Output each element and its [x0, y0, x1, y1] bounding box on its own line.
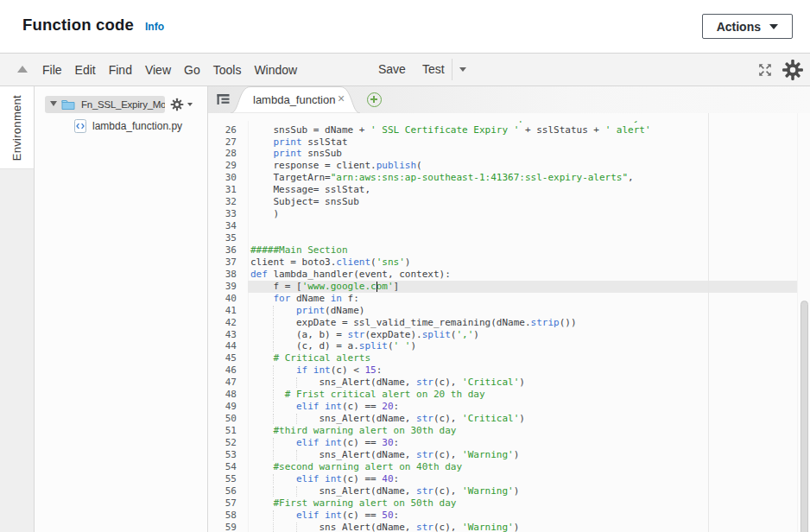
menu-window[interactable]: Window — [254, 63, 297, 77]
line-number[interactable]: 39 — [208, 281, 248, 293]
new-tab-icon[interactable] — [367, 92, 382, 107]
code-text: #second warning alert on 40th day — [250, 461, 462, 472]
code-line-41[interactable]: 41 print(dName) — [208, 305, 810, 317]
code-line-46[interactable]: 46 if int(c) < 15: — [208, 364, 810, 377]
line-number[interactable]: 40 — [208, 293, 248, 305]
line-number[interactable]: 45 — [208, 352, 248, 364]
line-number[interactable]: 38 — [208, 269, 248, 281]
line-number[interactable]: 34 — [208, 220, 248, 232]
folder-disclosure-icon[interactable] — [50, 101, 57, 106]
code-line-43[interactable]: 43 (a, b) = str(expDate).split(',') — [208, 329, 810, 341]
line-number[interactable]: 46 — [208, 364, 248, 377]
code-text: snsSub = dName + ' SSL Certificate Expir… — [250, 124, 651, 136]
line-number[interactable]: 58 — [208, 510, 248, 522]
line-number[interactable]: 56 — [208, 485, 248, 497]
code-line-40[interactable]: 40 for dName in f: — [208, 293, 810, 305]
code-line-29[interactable]: 29 response = client.publish( — [208, 160, 810, 172]
line-number[interactable]: 54 — [208, 461, 248, 473]
line-number[interactable]: 37 — [208, 256, 248, 269]
line-number[interactable]: 51 — [208, 425, 248, 437]
line-number[interactable]: 52 — [208, 437, 248, 449]
code-line-32[interactable]: 32 Subject= snsSub — [208, 196, 810, 208]
line-number[interactable]: 44 — [208, 340, 248, 352]
line-number[interactable]: 27 — [208, 136, 248, 149]
menu-view[interactable]: View — [145, 63, 171, 77]
menu-file[interactable]: File — [42, 63, 62, 77]
line-number[interactable]: 43 — [208, 329, 248, 341]
tab-close-icon[interactable]: × — [338, 92, 345, 105]
code-line-28[interactable]: 28 print snsSub — [208, 148, 810, 160]
code-line-30[interactable]: 30 TargetArn="arn:aws:sns:ap-southeast-1… — [208, 172, 810, 184]
line-number[interactable]: 41 — [208, 305, 248, 317]
fullscreen-icon[interactable] — [756, 61, 774, 79]
line-number[interactable]: 35 — [208, 232, 248, 244]
menu-go[interactable]: Go — [184, 63, 200, 77]
line-number[interactable]: 50 — [208, 413, 248, 425]
test-dropdown-caret[interactable] — [459, 67, 466, 72]
code-line-58[interactable]: 58 elif int(c) == 50: — [208, 510, 810, 522]
code-line-57[interactable]: 57 #First warning alert on 50th day — [208, 497, 810, 510]
code-line-49[interactable]: 49 elif int(c) == 20: — [208, 401, 810, 413]
vertical-scrollbar-thumb[interactable] — [801, 301, 808, 532]
tab-lambda-function[interactable]: lambda_function × — [231, 86, 360, 113]
function-code-header: Function code Info Actions — [0, 0, 810, 54]
environment-tab[interactable]: Environment — [0, 86, 34, 169]
tree-gear-caret-icon[interactable] — [187, 103, 193, 106]
file-row[interactable]: lambda_function.py — [35, 117, 207, 135]
line-number[interactable]: 26 — [208, 124, 248, 136]
settings-gear-icon[interactable] — [782, 59, 804, 81]
line-number[interactable]: 53 — [208, 449, 248, 461]
tab-label: lambda_function — [253, 93, 335, 106]
line-number[interactable]: 32 — [208, 196, 248, 208]
code-line-44[interactable]: 44 (c, d) = a.split(' ') — [208, 340, 810, 352]
code-text: for dName in f: — [250, 293, 359, 304]
line-number[interactable]: 48 — [208, 389, 248, 401]
code-line-50[interactable]: 50 sns_Alert(dName, str(c), 'Critical') — [208, 413, 810, 425]
line-number[interactable]: 59 — [208, 522, 248, 532]
menu-tools[interactable]: Tools — [213, 63, 242, 77]
code-line-42[interactable]: 42 expDate = ssl_valid_time_remaining(dN… — [208, 317, 810, 329]
code-line-56[interactable]: 56 sns_Alert(dName, str(c), 'Warning') — [208, 485, 810, 497]
code-line-35[interactable]: 35 — [208, 232, 810, 244]
actions-button[interactable]: Actions — [702, 14, 793, 39]
tree-settings-gear-icon[interactable] — [170, 98, 184, 111]
code-line-51[interactable]: 51 #third warning alert on 30th day — [208, 425, 810, 437]
code-line-47[interactable]: 47 sns_Alert(dName, str(c), 'Critical') — [208, 377, 810, 389]
line-number[interactable]: 30 — [208, 172, 248, 184]
test-button[interactable]: Test — [422, 62, 445, 76]
code-editor[interactable]: 25 sslStat = dName + ' SSL Certificate w… — [208, 113, 810, 532]
code-line-54[interactable]: 54 #second warning alert on 40th day — [208, 461, 810, 473]
code-line-48[interactable]: 48 # Frist critical alert on 20 th day — [208, 389, 810, 401]
code-line-55[interactable]: 55 elif int(c) == 40: — [208, 473, 810, 485]
line-number[interactable]: 57 — [208, 497, 248, 510]
code-line-27[interactable]: 27 print sslStat — [208, 136, 810, 149]
code-line-31[interactable]: 31 Message= sslStat, — [208, 184, 810, 196]
line-number[interactable]: 31 — [208, 184, 248, 196]
line-number[interactable]: 49 — [208, 401, 248, 413]
line-number[interactable]: 33 — [208, 208, 248, 220]
line-number[interactable]: 28 — [208, 148, 248, 160]
code-line-33[interactable]: 33 ) — [208, 208, 810, 220]
line-number[interactable]: 42 — [208, 317, 248, 329]
code-line-39[interactable]: 39 f = ['www.google.com'] — [208, 281, 810, 293]
save-button[interactable]: Save — [378, 62, 406, 76]
code-line-59[interactable]: 59 sns_Alert(dName, str(c), 'Warning') — [208, 522, 810, 532]
code-text: TargetArn="arn:aws:sns:ap-southeast-1:41… — [250, 172, 634, 183]
collapse-panel-icon[interactable] — [17, 66, 28, 73]
menu-edit[interactable]: Edit — [75, 63, 96, 77]
code-line-26[interactable]: 26 snsSub = dName + ' SSL Certificate Ex… — [208, 124, 810, 136]
code-line-37[interactable]: 37client = boto3.client('sns') — [208, 256, 810, 269]
line-number[interactable]: 55 — [208, 473, 248, 485]
info-link[interactable]: Info — [145, 21, 164, 33]
code-line-53[interactable]: 53 sns_Alert(dName, str(c), 'Warning') — [208, 449, 810, 461]
line-number[interactable]: 36 — [208, 244, 248, 256]
code-line-45[interactable]: 45 # Critical alerts — [208, 352, 810, 364]
menu-find[interactable]: Find — [109, 63, 132, 77]
code-line-34[interactable]: 34 — [208, 220, 810, 232]
tab-list-icon[interactable] — [216, 92, 231, 110]
line-number[interactable]: 29 — [208, 160, 248, 172]
code-line-36[interactable]: 36#####Main Section — [208, 244, 810, 256]
line-number[interactable]: 47 — [208, 377, 248, 389]
code-line-38[interactable]: 38def lambda_handler(event, context): — [208, 269, 810, 281]
code-line-52[interactable]: 52 elif int(c) == 30: — [208, 437, 810, 449]
